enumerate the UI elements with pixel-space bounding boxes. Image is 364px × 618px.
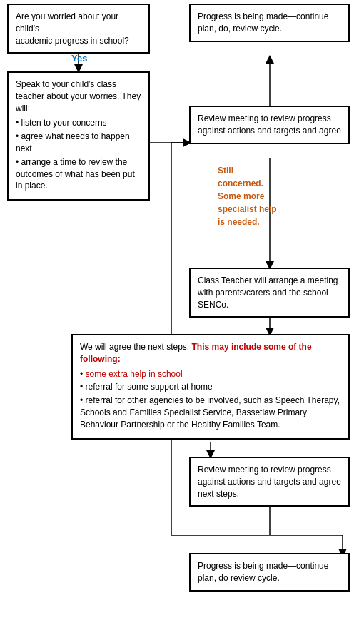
still-concerned: Still concerned. Some more specialist he… — [218, 164, 277, 228]
next-steps-bullet-1: some extra help in school — [80, 368, 341, 380]
speak-bullet-2: agree what needs to happen next — [16, 131, 141, 155]
class-teacher-box: Class Teacher will arrange a meeting wit… — [189, 268, 350, 318]
class-teacher-text: Class Teacher will arrange a meeting wit… — [198, 275, 338, 310]
still-line2: concerned. — [218, 177, 277, 190]
next-steps-intro: We will agree the next steps. This may i… — [80, 342, 312, 364]
speak-intro: Speak to your child's class teacher abou… — [16, 79, 141, 113]
progress-bottom-text: Progress is being made—continue plan, do… — [198, 561, 328, 583]
review-text: Review meeting to review progress agains… — [198, 113, 341, 136]
progress-top-text: Progress is being made—continue plan, do… — [198, 11, 328, 34]
review-box: Review meeting to review progress agains… — [189, 106, 350, 144]
review2-text: Review meeting to review progress agains… — [198, 465, 341, 499]
flowchart: Are you worried about your child's acade… — [0, 0, 364, 618]
next-steps-box: We will agree the next steps. This may i… — [71, 334, 350, 440]
review2-box: Review meeting to review progress agains… — [189, 457, 350, 507]
speak-bullets: listen to your concerns agree what needs… — [16, 117, 141, 192]
still-line5: is needed. — [218, 216, 277, 228]
next-steps-bullet-2: referral for some support at home — [80, 381, 341, 393]
still-line4: specialist help — [218, 203, 277, 216]
yes-label: Yes — [71, 53, 87, 64]
worried-text: Are you worried about your child's — [16, 11, 118, 34]
worried-text2: academic progress in school? — [16, 36, 129, 46]
still-line3: Some more — [218, 190, 277, 203]
speak-bullet-1: listen to your concerns — [16, 117, 141, 129]
speak-box: Speak to your child's class teacher abou… — [7, 71, 150, 201]
next-steps-bullets: some extra help in school referral for s… — [80, 368, 341, 431]
still-line1: Still — [218, 164, 277, 177]
progress-bottom-box: Progress is being made—continue plan, do… — [189, 553, 350, 592]
worried-box: Are you worried about your child's acade… — [7, 4, 150, 54]
next-steps-bullet-3: referral for other agencies to be involv… — [80, 395, 341, 430]
progress-top-box: Progress is being made—continue plan, do… — [189, 4, 350, 42]
speak-bullet-3: arrange a time to review the outcomes of… — [16, 156, 141, 192]
